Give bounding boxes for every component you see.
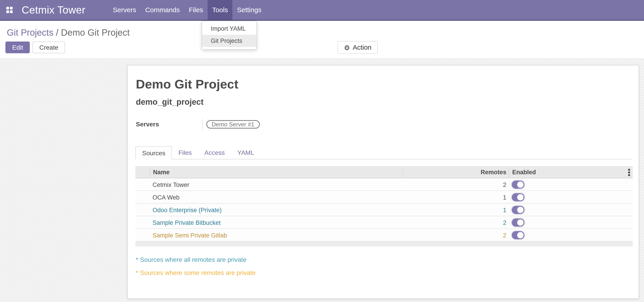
table-row[interactable]: Sample Private Bitbucket 2 <box>136 216 633 229</box>
record-subtitle: demo_git_project <box>136 98 638 107</box>
main-menu: Servers Commands Files Tools Settings <box>108 0 266 20</box>
nav-item-tools[interactable]: Tools <box>208 0 232 20</box>
action-button-label: Action <box>353 42 372 53</box>
servers-field-label: Servers <box>136 119 203 130</box>
record-buttons: Edit Create <box>6 42 65 53</box>
enabled-toggle[interactable] <box>512 180 524 189</box>
tab-sources[interactable]: Sources <box>136 146 172 159</box>
menu-item-import-yaml[interactable]: Import YAML <box>202 22 256 35</box>
source-name-link[interactable]: OCA Web <box>150 194 402 201</box>
column-header-remotes[interactable]: Remotes <box>402 166 508 178</box>
table-row[interactable]: Odoo Enterprise (Private) 1 <box>136 204 633 216</box>
table-row[interactable]: OCA Web 1 <box>136 191 633 204</box>
table-header-row: Name Remotes Enabled <box>136 166 633 178</box>
remotes-count: 2 <box>402 181 508 188</box>
top-navbar: Cetmix Tower Servers Commands Files Tool… <box>0 0 644 21</box>
source-name-link[interactable]: Sample Semi Private Gitlab <box>150 232 402 238</box>
legend-some-private: * Sources where some remotes are private <box>136 269 638 276</box>
content-area: Demo Git Project demo_git_project Server… <box>0 60 644 302</box>
record-title: Demo Git Project <box>136 77 638 92</box>
nav-item-settings[interactable]: Settings <box>232 0 266 20</box>
sources-table: Name Remotes Enabled Cetmix Tower 2 OCA … <box>136 166 633 246</box>
breadcrumb: Git Projects / Demo Git Project <box>7 28 130 38</box>
control-panel: Git Projects / Demo Git Project Edit Cre… <box>0 21 644 59</box>
enabled-toggle[interactable] <box>512 206 524 214</box>
enabled-toggle[interactable] <box>512 231 524 239</box>
table-row[interactable]: Cetmix Tower 2 <box>136 178 633 191</box>
remotes-count: 2 <box>402 219 508 226</box>
breadcrumb-parent-link[interactable]: Git Projects <box>7 28 54 38</box>
nav-item-commands[interactable]: Commands <box>140 0 184 20</box>
gear-icon: ⚙ <box>344 44 350 51</box>
breadcrumb-current: Demo Git Project <box>61 28 130 38</box>
apps-grid-icon[interactable] <box>6 7 13 14</box>
table-row[interactable]: Sample Semi Private Gitlab 2 <box>136 229 633 242</box>
enabled-header-label[interactable]: Enabled <box>512 169 536 176</box>
brand-title[interactable]: Cetmix Tower <box>22 4 86 16</box>
column-header-name[interactable]: Name <box>150 166 402 178</box>
menu-item-git-projects[interactable]: Git Projects <box>202 35 256 47</box>
column-header-enabled: Enabled <box>508 166 633 178</box>
create-button[interactable]: Create <box>32 42 65 53</box>
enabled-toggle[interactable] <box>512 193 524 201</box>
server-tag[interactable]: Demo Server #1 <box>206 120 260 128</box>
source-name-link[interactable]: Cetmix Tower <box>150 181 402 188</box>
servers-field-row: Servers Demo Server #1 <box>136 119 638 130</box>
edit-button[interactable]: Edit <box>6 42 30 53</box>
tools-dropdown-menu: Import YAML Git Projects <box>202 21 257 50</box>
nav-item-servers[interactable]: Servers <box>108 0 140 20</box>
table-footer-strip <box>136 242 633 246</box>
optional-columns-icon[interactable] <box>628 169 630 177</box>
source-name-link[interactable]: Odoo Enterprise (Private) <box>150 206 402 213</box>
tab-files[interactable]: Files <box>172 146 198 159</box>
form-card: Demo Git Project demo_git_project Server… <box>127 65 639 299</box>
app-window: Cetmix Tower Servers Commands Files Tool… <box>0 0 644 302</box>
enabled-toggle[interactable] <box>512 218 524 226</box>
nav-item-files[interactable]: Files <box>184 0 208 20</box>
breadcrumb-separator: / <box>56 28 61 38</box>
notebook-tabs: Sources Files Access YAML <box>136 146 632 159</box>
action-button[interactable]: ⚙ Action <box>338 41 378 54</box>
remotes-count: 2 <box>402 232 508 238</box>
tab-yaml[interactable]: YAML <box>231 146 260 159</box>
tab-access[interactable]: Access <box>198 146 231 159</box>
remotes-count: 1 <box>402 194 508 201</box>
legend-all-private: * Sources where all remotes are private <box>136 256 638 263</box>
source-name-link[interactable]: Sample Private Bitbucket <box>150 219 402 226</box>
remotes-count: 1 <box>402 206 508 213</box>
